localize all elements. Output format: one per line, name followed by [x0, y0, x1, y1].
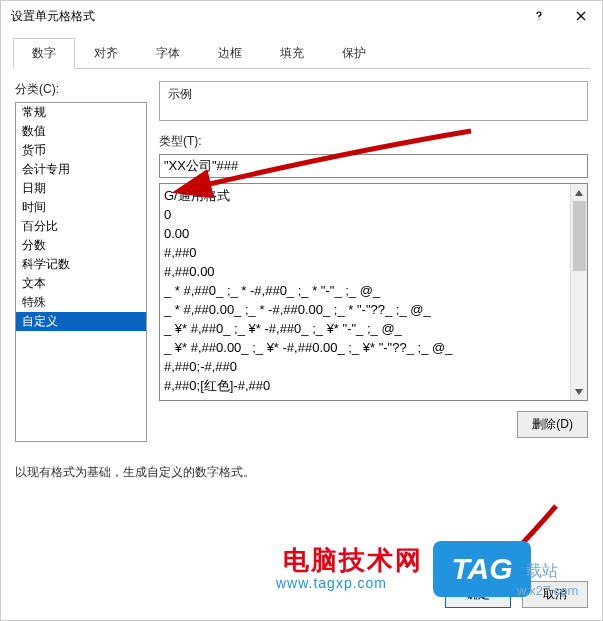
format-item[interactable]: #,##0	[164, 243, 566, 262]
tab-5[interactable]: 保护	[323, 38, 385, 69]
format-item[interactable]: _ ¥* #,##0.00_ ;_ ¥* -#,##0.00_ ;_ ¥* "-…	[164, 338, 566, 357]
format-list[interactable]: G/通用格式00.00#,##0#,##0.00_ * #,##0_ ;_ * …	[159, 183, 588, 401]
category-item[interactable]: 会计专用	[16, 160, 146, 179]
format-item[interactable]: _ * #,##0.00_ ;_ * -#,##0.00_ ;_ * "-"??…	[164, 300, 566, 319]
scroll-thumb[interactable]	[573, 201, 586, 271]
watermark-text: 电脑技术网	[283, 543, 423, 578]
tab-2[interactable]: 字体	[137, 38, 199, 69]
format-item[interactable]: 0	[164, 205, 566, 224]
tab-strip: 数字对齐字体边框填充保护	[13, 37, 590, 69]
sample-box: 示例	[159, 81, 588, 121]
category-item[interactable]: 文本	[16, 274, 146, 293]
category-item[interactable]: 数值	[16, 122, 146, 141]
format-cells-dialog: 设置单元格格式 数字对齐字体边框填充保护 分类(C): 常规数值货币会计专用日期…	[0, 0, 603, 621]
scroll-track[interactable]	[571, 201, 587, 383]
tab-3[interactable]: 边框	[199, 38, 261, 69]
watermark-url-2: w.x27.com	[517, 583, 578, 598]
sample-label: 示例	[168, 87, 192, 101]
format-item[interactable]: 0.00	[164, 224, 566, 243]
format-item[interactable]: #,##0;[红色]-#,##0	[164, 376, 566, 395]
titlebar: 设置单元格格式	[1, 1, 602, 31]
tab-0[interactable]: 数字	[13, 38, 75, 69]
tab-4[interactable]: 填充	[261, 38, 323, 69]
format-item[interactable]: #,##0.00;-#,##0.00	[164, 395, 566, 400]
category-item[interactable]: 特殊	[16, 293, 146, 312]
close-button[interactable]	[560, 1, 602, 31]
format-item[interactable]: G/通用格式	[164, 186, 566, 205]
category-item[interactable]: 百分比	[16, 217, 146, 236]
delete-button[interactable]: 删除(D)	[517, 411, 588, 438]
type-label: 类型(T):	[159, 133, 588, 150]
scroll-down-icon[interactable]	[571, 383, 587, 400]
category-item[interactable]: 时间	[16, 198, 146, 217]
category-item[interactable]: 分数	[16, 236, 146, 255]
format-item[interactable]: _ * #,##0_ ;_ * -#,##0_ ;_ * "-"_ ;_ @_	[164, 281, 566, 300]
type-input[interactable]	[159, 154, 588, 178]
format-item[interactable]: #,##0.00	[164, 262, 566, 281]
category-item[interactable]: 自定义	[16, 312, 146, 331]
dialog-title: 设置单元格格式	[11, 8, 95, 25]
tab-1[interactable]: 对齐	[75, 38, 137, 69]
category-list[interactable]: 常规数值货币会计专用日期时间百分比分数科学记数文本特殊自定义	[15, 102, 147, 442]
scroll-up-icon[interactable]	[571, 184, 587, 201]
watermark-text-2: 载站	[526, 561, 558, 582]
help-button[interactable]	[518, 1, 560, 31]
watermark-url: www.tagxp.com	[276, 575, 387, 591]
category-label: 分类(C):	[15, 81, 147, 98]
format-item[interactable]: _ ¥* #,##0_ ;_ ¥* -#,##0_ ;_ ¥* "-"_ ;_ …	[164, 319, 566, 338]
category-item[interactable]: 货币	[16, 141, 146, 160]
scrollbar[interactable]	[570, 184, 587, 400]
category-item[interactable]: 科学记数	[16, 255, 146, 274]
description-text: 以现有格式为基础，生成自定义的数字格式。	[15, 464, 588, 481]
category-item[interactable]: 常规	[16, 103, 146, 122]
category-item[interactable]: 日期	[16, 179, 146, 198]
format-item[interactable]: #,##0;-#,##0	[164, 357, 566, 376]
